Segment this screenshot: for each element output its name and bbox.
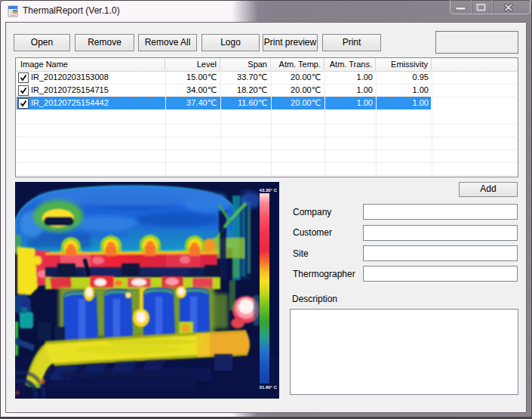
svg-text:43.30° C: 43.30° C [260, 188, 278, 193]
svg-text:31.60° C: 31.60° C [260, 385, 278, 390]
